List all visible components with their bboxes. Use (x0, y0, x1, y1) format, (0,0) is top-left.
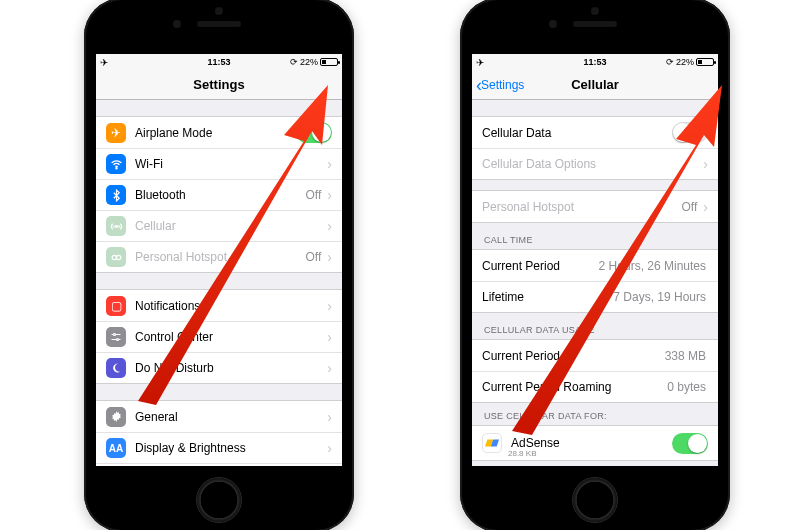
cell-wifi[interactable]: Wi-Fi › (96, 148, 342, 179)
cell-app-adsense[interactable]: AdSense 28.8 KB (472, 426, 718, 460)
cell-control-center[interactable]: Control Center › (96, 321, 342, 352)
cell-general[interactable]: General › (96, 401, 342, 432)
svg-point-0 (115, 167, 116, 168)
cell-cellular-data[interactable]: Cellular Data (472, 117, 718, 148)
back-button[interactable]: ‹ Settings (476, 78, 524, 92)
chevron-right-icon: › (327, 218, 332, 234)
notifications-icon: ▢ (106, 296, 126, 316)
cell-dnd[interactable]: Do Not Disturb › (96, 352, 342, 383)
cell-display[interactable]: AA Display & Brightness › (96, 432, 342, 463)
settings-group-general: General › AA Display & Brightness › Wall… (96, 400, 342, 466)
hotspot-icon (106, 247, 126, 267)
battery-icon (320, 58, 338, 66)
svg-point-4 (114, 334, 116, 336)
speaker (197, 21, 241, 27)
airplane-icon: ✈ (106, 123, 126, 143)
cell-cellular-options[interactable]: Cellular Data Options › (472, 148, 718, 179)
cell-usage-current: Current Period 338 MB (472, 340, 718, 371)
cell-cellular[interactable]: Cellular › (96, 210, 342, 241)
chevron-right-icon: › (703, 156, 708, 172)
sensor (591, 7, 599, 15)
app-usage-sub: 28.8 KB (508, 449, 536, 458)
nav-bar: ‹ Settings Cellular (472, 70, 718, 100)
front-camera (549, 20, 557, 28)
sensor (215, 7, 223, 15)
group-hotspot: Personal Hotspot Off › (472, 190, 718, 223)
chevron-right-icon: › (327, 360, 332, 376)
battery-icon (696, 58, 714, 66)
page-title: Cellular (571, 77, 619, 92)
header-call-time: Call Time (472, 223, 718, 249)
chevron-right-icon: › (327, 249, 332, 265)
phone-mockup-settings: ✈ 11:53 ⟳ 22% Settings ✈ Airplane Mode W… (84, 0, 354, 530)
header-data-usage: Cellular Data Usage (472, 313, 718, 339)
cell-current-period: Current Period 2 Hours, 26 Minutes (472, 250, 718, 281)
svg-point-2 (112, 255, 116, 259)
speaker (573, 21, 617, 27)
bluetooth-icon (106, 185, 126, 205)
phone-mockup-cellular: ✈ 11:53 ⟳ 22% ‹ Settings Cellular Cellul… (460, 0, 730, 530)
home-button[interactable] (196, 477, 242, 523)
svg-point-5 (117, 339, 119, 341)
chevron-right-icon: › (703, 199, 708, 215)
cellular-icon (106, 216, 126, 236)
screen: ✈ 11:53 ⟳ 22% ‹ Settings Cellular Cellul… (472, 54, 718, 466)
cellular-data-toggle[interactable] (672, 122, 708, 143)
svg-point-3 (116, 255, 120, 259)
control-center-icon (106, 327, 126, 347)
front-camera (173, 20, 181, 28)
chevron-right-icon: › (327, 440, 332, 456)
cell-hotspot[interactable]: Personal Hotspot Off › (96, 241, 342, 272)
page-title: Settings (193, 77, 244, 92)
display-icon: AA (106, 438, 126, 458)
status-bar: ✈ 11:53 ⟳ 22% (472, 54, 718, 70)
adsense-toggle[interactable] (672, 433, 708, 454)
chevron-right-icon: › (327, 329, 332, 345)
group-data-usage: Current Period 338 MB Current Period Roa… (472, 339, 718, 403)
cell-airplane-mode[interactable]: ✈ Airplane Mode (96, 117, 342, 148)
status-bar: ✈ 11:53 ⟳ 22% (96, 54, 342, 70)
chevron-right-icon: › (327, 187, 332, 203)
cell-lifetime: Lifetime 7 Days, 19 Hours (472, 281, 718, 312)
moon-icon (106, 358, 126, 378)
group-cellular-main: Cellular Data Cellular Data Options › (472, 116, 718, 180)
chevron-right-icon: › (327, 156, 332, 172)
cell-wallpaper[interactable]: Wallpaper › (96, 463, 342, 466)
airplane-toggle[interactable] (296, 122, 332, 143)
cell-bluetooth[interactable]: Bluetooth Off › (96, 179, 342, 210)
header-use-cellular-for: Use Cellular Data For: (472, 403, 718, 425)
settings-group-alerts: ▢ Notifications › Control Center › Do No… (96, 289, 342, 384)
wifi-icon (106, 154, 126, 174)
screen: ✈ 11:53 ⟳ 22% Settings ✈ Airplane Mode W… (96, 54, 342, 466)
gear-icon (106, 407, 126, 427)
cell-notifications[interactable]: ▢ Notifications › (96, 290, 342, 321)
status-time: 11:53 (96, 57, 342, 67)
chevron-right-icon: › (327, 409, 332, 425)
nav-bar: Settings (96, 70, 342, 100)
chevron-right-icon: › (327, 298, 332, 314)
group-call-time: Current Period 2 Hours, 26 Minutes Lifet… (472, 249, 718, 313)
settings-group-connectivity: ✈ Airplane Mode Wi-Fi › Bluetooth Off › (96, 116, 342, 273)
svg-point-1 (115, 225, 117, 227)
status-time: 11:53 (472, 57, 718, 67)
group-apps: AdSense 28.8 KB (472, 425, 718, 461)
cell-hotspot[interactable]: Personal Hotspot Off › (472, 191, 718, 222)
cell-usage-roaming: Current Period Roaming 0 bytes (472, 371, 718, 402)
adsense-icon (482, 433, 502, 453)
home-button[interactable] (572, 477, 618, 523)
